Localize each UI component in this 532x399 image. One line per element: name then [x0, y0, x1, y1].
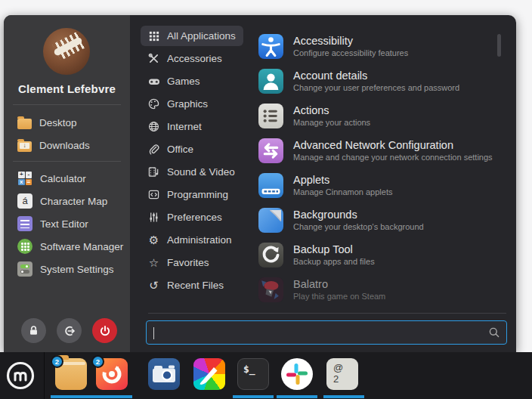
lock-icon — [27, 324, 40, 337]
app-title: Advanced Network Configuration — [293, 139, 493, 152]
star-icon: ☆ — [147, 256, 160, 269]
grid-icon — [147, 29, 160, 42]
category-graphics[interactable]: Graphics — [141, 94, 215, 114]
palette-icon — [147, 97, 160, 110]
power-icon — [98, 324, 112, 338]
app-accessibility[interactable]: Accessibility Configure accessibility fe… — [257, 29, 500, 63]
character-map-icon: á — [17, 193, 32, 209]
user-avatar[interactable] — [43, 28, 90, 75]
taskbar-slack-button[interactable] — [281, 358, 313, 390]
running-indicator-firefox — [91, 395, 132, 398]
mint-menu-button[interactable] — [5, 360, 36, 391]
firefox-badge: 2 — [91, 355, 104, 368]
mint-logo-icon — [5, 360, 36, 391]
folder-download-icon: ↓ — [17, 141, 32, 152]
category-preferences[interactable]: Preferences — [141, 207, 230, 227]
application-list: Accessibility Configure accessibility fe… — [257, 29, 500, 314]
lock-button[interactable] — [21, 318, 46, 343]
category-administration[interactable]: ⚙ Administration — [141, 230, 240, 250]
sidebar-item-label: Character Map — [40, 196, 107, 207]
code-icon — [147, 188, 160, 201]
app-title: Account details — [293, 70, 459, 82]
app-backup-tool[interactable]: Backup Tool Backup apps and files — [257, 237, 500, 272]
app-subtitle: Change your desktop's background — [293, 221, 424, 232]
application-menu: Clement Lefebvre Desktop ↓ Downloads +- … — [4, 15, 516, 352]
category-label: Preferences — [167, 212, 222, 223]
krita-brush-icon — [193, 358, 225, 390]
category-games[interactable]: Games — [141, 71, 208, 91]
app-subtitle: Manage and change your network connectio… — [293, 152, 493, 162]
app-title: Backgrounds — [293, 209, 424, 221]
sidebar-item-label: Text Editor — [40, 218, 88, 230]
category-label: All Applications — [167, 30, 236, 42]
sidebar-item-label: Desktop — [39, 117, 77, 128]
app-title: Balatro — [293, 278, 385, 291]
software-manager-icon — [17, 239, 32, 254]
logout-icon — [63, 324, 76, 338]
slack-icon — [281, 358, 313, 390]
sidebar-item-calculator[interactable]: +- x= Calculator — [14, 168, 127, 189]
category-office[interactable]: Office — [141, 139, 201, 159]
running-indicator-mail — [323, 395, 364, 398]
category-recent-files[interactable]: ↺ Recent Files — [141, 275, 231, 295]
scrollbar-thumb[interactable] — [497, 34, 501, 57]
applets-icon — [258, 173, 283, 198]
gear-icon: ⚙ — [147, 234, 160, 246]
history-clock-icon: ↺ — [147, 279, 160, 292]
sidebar-item-software-manager[interactable]: Software Manager — [14, 236, 127, 257]
category-label: Games — [167, 76, 200, 87]
user-name: Clement Lefebvre — [4, 82, 130, 95]
search-input[interactable] — [153, 327, 488, 339]
taskbar-mail-button[interactable]: @ 2 — [326, 358, 358, 390]
network-arrows-icon — [258, 138, 283, 163]
running-indicator-terminal — [233, 395, 274, 398]
tools-icon — [147, 52, 160, 65]
account-details-icon — [258, 69, 283, 94]
text-editor-icon — [17, 216, 32, 231]
app-actions[interactable]: Actions Manage your actions — [257, 98, 500, 133]
panel-separator — [44, 352, 45, 399]
app-account-details[interactable]: Account details Change your user prefere… — [257, 63, 500, 98]
sidebar-item-system-settings[interactable]: System Settings — [14, 258, 127, 280]
taskbar-krita-button[interactable] — [193, 358, 225, 390]
globe-icon — [147, 120, 160, 133]
logout-button[interactable] — [57, 318, 82, 343]
folder-icon — [17, 119, 32, 129]
sidebar-item-label: Software Manager — [40, 241, 123, 252]
category-label: Accessories — [167, 53, 222, 64]
backgrounds-icon — [258, 208, 283, 233]
balatro-icon — [258, 277, 283, 302]
terminal-prompt: $_ — [243, 363, 255, 375]
category-label: Office — [167, 144, 193, 155]
power-button[interactable] — [92, 318, 117, 343]
app-balatro[interactable]: Balatro Play this game on Steam — [257, 272, 500, 307]
sidebar-item-character-map[interactable]: á Character Map — [14, 190, 127, 212]
category-favorites[interactable]: ☆ Favorites — [141, 252, 217, 273]
app-title: Actions — [293, 104, 370, 117]
sidebar-item-desktop[interactable]: Desktop — [14, 112, 127, 133]
app-title: Backup Tool — [293, 243, 375, 256]
running-indicator-files — [51, 395, 91, 398]
app-backgrounds[interactable]: Backgrounds Change your desktop's backgr… — [257, 203, 500, 237]
sidebar-item-text-editor[interactable]: Text Editor — [14, 213, 127, 234]
app-advanced-network-configuration[interactable]: Advanced Network Configuration Manage an… — [257, 133, 500, 168]
sidebar-item-downloads[interactable]: ↓ Downloads — [14, 135, 127, 156]
sidebar-divider — [13, 104, 121, 105]
backup-tool-icon — [258, 243, 283, 268]
taskbar-camera-button[interactable] — [148, 358, 180, 390]
sidebar-item-label: Downloads — [39, 140, 90, 151]
app-applets[interactable]: Applets Manage Cinnamon applets — [257, 168, 500, 203]
app-title: Accessibility — [293, 35, 408, 48]
category-programming[interactable]: Programming — [141, 184, 236, 205]
taskbar-terminal-button[interactable]: $_ — [237, 358, 269, 390]
taskbar-firefox-button[interactable]: 2 — [96, 358, 128, 390]
sidebar-divider — [13, 161, 121, 162]
category-all-applications[interactable]: All Applications — [141, 26, 243, 46]
category-internet[interactable]: Internet — [141, 116, 209, 137]
taskbar-files-button[interactable]: 2 — [55, 358, 87, 390]
system-settings-icon — [17, 261, 32, 277]
calculator-icon: +- x= — [17, 171, 32, 186]
category-accessories[interactable]: Accessories — [141, 48, 230, 69]
mail-at-symbol: @ — [333, 362, 358, 373]
category-sound-video[interactable]: Sound & Video — [141, 162, 243, 182]
